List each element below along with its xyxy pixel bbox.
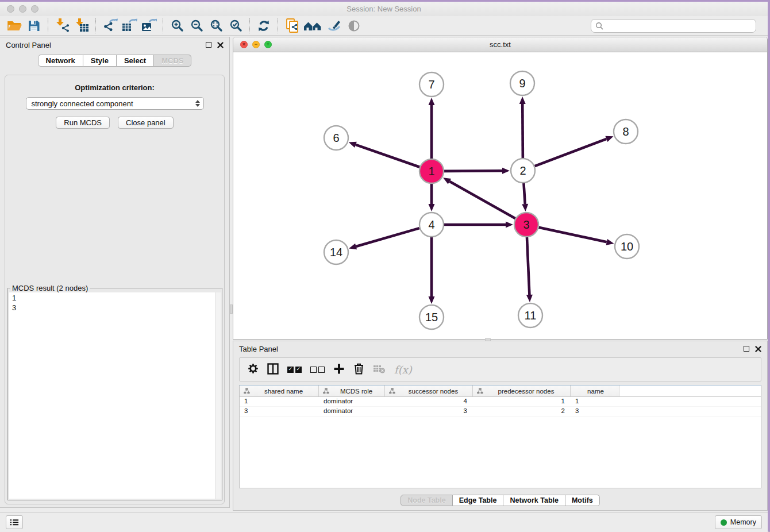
table-cell[interactable]: 3 [240, 407, 319, 416]
status-bar: Memory [0, 512, 768, 532]
graph-node-4[interactable]: 4 [419, 213, 444, 237]
graph-edge-1-2[interactable] [444, 171, 502, 171]
graph-edge-3-11[interactable] [527, 237, 529, 295]
delete-table-icon [373, 364, 386, 374]
column-selector-button[interactable] [267, 363, 279, 376]
show-all-networks-button[interactable] [302, 17, 325, 34]
graph-node-3[interactable]: 3 [514, 213, 538, 237]
table-cell[interactable]: 1 [473, 397, 571, 406]
float-panel-icon[interactable] [206, 42, 211, 48]
criterion-select[interactable]: strongly connected component [26, 97, 204, 110]
column-header-shared-name[interactable]: shared name [240, 385, 319, 396]
tab-edge-table[interactable]: Edge Table [453, 495, 504, 506]
graph-edge-2-9[interactable] [522, 104, 523, 158]
column-header-successor-nodes[interactable]: successor nodes [385, 385, 473, 396]
graph-node-10[interactable]: 10 [615, 234, 639, 259]
graph-edge-2-8[interactable] [535, 139, 607, 166]
table-row[interactable]: 3dominator323 [240, 407, 761, 417]
export-network-button[interactable] [100, 17, 120, 34]
table-cell[interactable]: 3 [385, 407, 473, 416]
export-table-icon [121, 18, 137, 33]
graph-node-11[interactable]: 11 [518, 303, 542, 327]
graph-node-1[interactable]: 1 [419, 159, 444, 183]
graph-edge-2-3[interactable] [523, 183, 525, 204]
run-mcds-button[interactable]: Run MCDS [56, 117, 110, 129]
export-table-button[interactable] [120, 17, 139, 34]
list-icon [10, 518, 19, 527]
column-header-predecessor-nodes[interactable]: predecessor nodes [473, 385, 571, 396]
table-toolbar: f(x) [239, 357, 761, 381]
graph-node-14[interactable]: 14 [324, 240, 348, 264]
tab-select[interactable]: Select [117, 55, 154, 67]
import-table-button[interactable] [72, 17, 91, 34]
tab-network-table[interactable]: Network Table [503, 495, 565, 506]
result-scrollbar[interactable] [215, 292, 221, 499]
select-all-button[interactable] [287, 367, 302, 373]
mcds-result-title: MCDS result (2 nodes) [10, 284, 90, 292]
tab-style[interactable]: Style [83, 55, 117, 67]
close-panel-icon[interactable] [217, 42, 224, 48]
float-panel-icon[interactable] [744, 346, 749, 352]
clone-network-button[interactable] [282, 17, 302, 34]
app-window: Session: New Session [0, 0, 770, 532]
zoom-fit-button[interactable] [206, 17, 226, 34]
graph-node-8[interactable]: 8 [614, 119, 638, 144]
column-header-mcds-role[interactable]: MCDS role [319, 385, 385, 396]
memory-status-icon [721, 519, 727, 526]
save-session-button[interactable] [24, 17, 44, 34]
table-cell[interactable]: 2 [473, 407, 571, 416]
table-cell[interactable]: 3 [571, 407, 619, 416]
graph-node-15[interactable]: 15 [419, 305, 444, 329]
graph-edge-4-14[interactable] [356, 228, 419, 246]
zoom-in-button[interactable] [167, 17, 187, 34]
search-input[interactable] [606, 21, 752, 30]
show-hide-button[interactable] [344, 17, 364, 34]
graph-edge-3-1[interactable] [449, 182, 515, 219]
graph-node-6[interactable]: 6 [324, 126, 348, 150]
close-panel-icon[interactable] [755, 346, 761, 352]
task-history-button[interactable] [6, 515, 23, 529]
search-icon [595, 22, 603, 30]
tab-node-table[interactable]: Node Table [401, 495, 452, 506]
function-builder-button[interactable]: f(x) [394, 364, 412, 376]
control-panel-tabs: NetworkStyleSelectMCDS [0, 55, 229, 67]
splitter-handle[interactable] [230, 304, 233, 314]
network-canvas[interactable]: 7968124314101511 [233, 52, 767, 339]
deselect-all-button[interactable] [310, 367, 325, 373]
hierarchy-icon [389, 388, 395, 394]
close-panel-button[interactable]: Close panel [118, 117, 174, 129]
hierarchy-icon [477, 388, 483, 394]
zoom-out-button[interactable] [187, 17, 206, 34]
graph-edge-1-6[interactable] [356, 145, 419, 167]
memory-button[interactable]: Memory [715, 515, 762, 529]
graph-node-2[interactable]: 2 [511, 159, 535, 183]
tab-mcds[interactable]: MCDS [154, 55, 191, 67]
table-panel: Table Panel [233, 341, 768, 511]
arrowhead-icon [606, 239, 614, 245]
table-row[interactable]: 1dominator411 [240, 397, 761, 407]
tab-motifs[interactable]: Motifs [565, 495, 600, 506]
table-header-row: shared nameMCDS rolesuccessor nodesprede… [240, 385, 761, 397]
table-cell[interactable]: 1 [571, 397, 619, 406]
table-cell[interactable]: 1 [240, 397, 319, 406]
add-column-button[interactable] [333, 363, 345, 376]
import-network-button[interactable] [52, 17, 72, 34]
table-cell[interactable]: 4 [385, 397, 473, 406]
refresh-view-button[interactable] [254, 17, 274, 34]
svg-text:3: 3 [523, 218, 529, 231]
graph-edge-3-10[interactable] [538, 228, 606, 242]
delete-table-button[interactable] [373, 364, 386, 376]
table-settings-button[interactable] [248, 363, 259, 376]
tab-network[interactable]: Network [38, 55, 83, 67]
column-header-name[interactable]: name [571, 385, 619, 396]
zoom-selected-button[interactable] [226, 17, 245, 34]
graph-node-9[interactable]: 9 [510, 71, 534, 95]
delete-column-button[interactable] [353, 363, 364, 376]
table-cell[interactable]: dominator [319, 397, 385, 406]
memory-label: Memory [730, 518, 756, 526]
table-cell[interactable]: dominator [319, 407, 385, 416]
apply-style-button[interactable] [325, 17, 344, 34]
graph-node-7[interactable]: 7 [419, 72, 444, 97]
export-image-button[interactable] [139, 17, 159, 34]
open-session-button[interactable] [5, 17, 24, 34]
